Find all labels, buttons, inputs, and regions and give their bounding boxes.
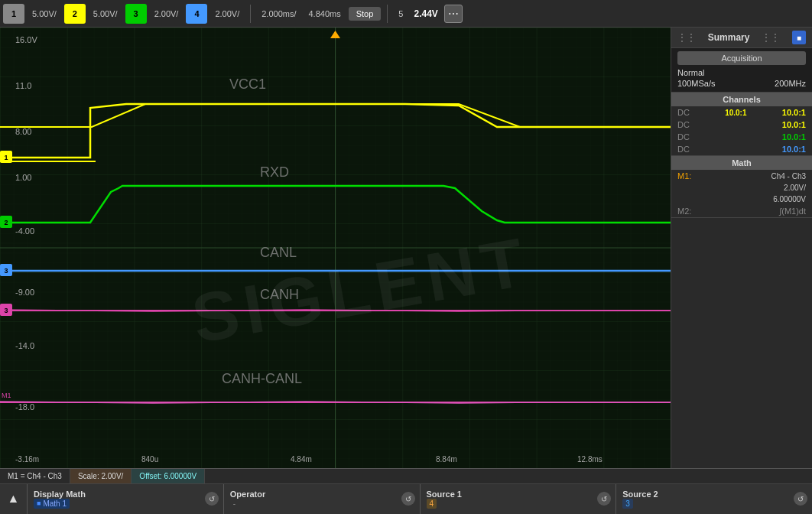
ch3-ratio: 10.0:1 bbox=[782, 132, 806, 142]
dots-left: ⋮⋮ bbox=[677, 32, 696, 43]
acquisition-button[interactable]: Acquisition bbox=[677, 51, 806, 65]
m1-formula: Ch4 - Ch3 bbox=[771, 172, 806, 181]
svg-text:11.0: 11.0 bbox=[15, 81, 31, 90]
channels-section: Channels DC 10.0:1 10.0:1 DC 10.0:1 DC 1… bbox=[671, 93, 812, 156]
display-math-button[interactable]: ↺ Display Math ■ Math 1 bbox=[28, 484, 224, 514]
svg-text:3: 3 bbox=[4, 267, 8, 275]
svg-text:4.84m: 4.84m bbox=[291, 455, 312, 464]
m1-label: M1: bbox=[677, 171, 691, 181]
svg-text:-18.0: -18.0 bbox=[15, 402, 34, 412]
trig-ch: 5 bbox=[394, 9, 408, 18]
svg-text:RXD: RXD bbox=[260, 164, 289, 180]
m2-formula: ∫(M1)dt bbox=[779, 207, 806, 216]
more-options-button[interactable]: ⋯ bbox=[444, 5, 463, 23]
ch3-scale: 2.00V/ bbox=[150, 9, 184, 18]
scope-screen[interactable]: 1 2 3 3 M1 16.0V 11.0 8.00 1.00 -4.00 -9… bbox=[0, 28, 671, 468]
source1-sub: 4 bbox=[427, 499, 437, 509]
svg-text:8.84m: 8.84m bbox=[436, 455, 457, 464]
summary-header: ⋮⋮ Summary ⋮⋮ ■ bbox=[671, 28, 812, 47]
source2-inner: ↺ Source 2 3 bbox=[616, 490, 812, 509]
svg-text:8.00: 8.00 bbox=[15, 127, 31, 136]
ch4-badge[interactable]: 4 bbox=[186, 4, 207, 24]
status-scale: Scale: 2.00V/ bbox=[70, 469, 132, 483]
svg-text:1.00: 1.00 bbox=[15, 173, 31, 182]
svg-text:-4.00: -4.00 bbox=[15, 226, 34, 236]
display-math-inner: ↺ Display Math ■ Math 1 bbox=[28, 490, 223, 509]
m1-scale: 2.00V/ bbox=[784, 184, 806, 192]
button-row: ▲ ↺ Display Math ■ Math 1 ↺ Operator - bbox=[0, 484, 812, 514]
channel-row-3: DC 10.0:1 bbox=[671, 131, 812, 143]
ch2-badge[interactable]: 2 bbox=[64, 4, 86, 24]
acq-mode-row: Normal bbox=[677, 67, 806, 78]
acq-mode: Normal bbox=[677, 68, 704, 77]
svg-text:1: 1 bbox=[4, 154, 8, 161]
math-header: Math bbox=[671, 156, 812, 170]
acq-specs-row: 100MSa/s 200MHz bbox=[677, 78, 806, 89]
trig-value: 2.44V bbox=[411, 8, 440, 19]
svg-text:-3.16m: -3.16m bbox=[15, 455, 39, 464]
acquisition-section: Acquisition Normal 100MSa/s 200MHz bbox=[671, 48, 812, 93]
acq-sample-rate: 100MSa/s bbox=[677, 79, 716, 88]
m2-label: M2: bbox=[677, 207, 691, 216]
stop-button[interactable]: Stop bbox=[349, 7, 382, 21]
display-math-label: Display Math bbox=[34, 490, 86, 499]
display-math-arrow: ↺ bbox=[205, 492, 219, 506]
source1-inner: ↺ Source 1 4 bbox=[421, 490, 616, 509]
svg-text:840u: 840u bbox=[141, 455, 158, 464]
up-arrow-button[interactable]: ▲ bbox=[0, 484, 28, 514]
ch3-coupling: DC bbox=[677, 132, 690, 142]
ch2-scale: 5.00V/ bbox=[89, 9, 122, 18]
display-math-sub: ■ Math 1 bbox=[34, 499, 70, 509]
svg-text:CANL: CANL bbox=[260, 245, 297, 260]
ch3-badge[interactable]: 3 bbox=[125, 4, 147, 24]
ch2-coupling: DC bbox=[677, 120, 690, 129]
svg-text:12.8ms: 12.8ms bbox=[577, 455, 603, 464]
svg-text:CANH-CANL: CANH-CANL bbox=[222, 371, 302, 386]
source1-arrow: ↺ bbox=[597, 492, 611, 506]
channels-header: Channels bbox=[671, 93, 812, 106]
right-panel: ⋮⋮ Summary ⋮⋮ ■ Acquisition Normal 100MS… bbox=[671, 28, 812, 468]
operator-arrow: ↺ bbox=[401, 492, 415, 506]
acq-bandwidth: 200MHz bbox=[775, 79, 806, 88]
math-section: Math M1: Ch4 - Ch3 2.00V/ 6.00000V M2: ∫… bbox=[671, 156, 812, 218]
svg-text:-14.0: -14.0 bbox=[15, 341, 34, 350]
m1-offset: 6.00000V bbox=[773, 195, 806, 203]
scope-svg: 1 2 3 3 M1 16.0V 11.0 8.00 1.00 -4.00 -9… bbox=[0, 28, 671, 468]
summary-section: ⋮⋮ Summary ⋮⋮ ■ bbox=[671, 28, 812, 48]
math-m1-offset-row: 6.00000V bbox=[671, 194, 812, 205]
ch1-ratio-label: 10.0:1 bbox=[725, 109, 746, 117]
source2-arrow: ↺ bbox=[794, 492, 807, 506]
svg-text:3: 3 bbox=[4, 307, 8, 314]
channel-row-1: DC 10.0:1 10.0:1 bbox=[671, 106, 812, 119]
math-m1-row: M1: Ch4 - Ch3 bbox=[671, 170, 812, 182]
ch1-scale: 5.00V/ bbox=[28, 9, 61, 18]
summary-toggle[interactable]: ■ bbox=[792, 31, 806, 44]
status-offset: Offset: 6.00000V bbox=[132, 469, 205, 483]
svg-text:2: 2 bbox=[4, 219, 8, 226]
ch1-coupling: DC bbox=[677, 108, 690, 117]
svg-text:-9.00: -9.00 bbox=[15, 288, 34, 297]
math-m1-scale-row: 2.00V/ bbox=[671, 182, 812, 194]
ch2-ratio: 10.0:1 bbox=[782, 120, 806, 129]
ch1-ratio: 10.0:1 bbox=[782, 108, 806, 117]
operator-label: Operator bbox=[230, 490, 265, 499]
ch1-badge[interactable]: 1 bbox=[3, 4, 24, 24]
ch4-scale: 2.00V/ bbox=[210, 9, 244, 18]
math-m2-row: M2: ∫(M1)dt bbox=[671, 205, 812, 217]
channel-row-2: DC 10.0:1 bbox=[671, 119, 812, 131]
status-row: M1 = Ch4 - Ch3 Scale: 2.00V/ Offset: 6.0… bbox=[0, 469, 812, 484]
source2-label: Source 2 bbox=[622, 490, 658, 499]
delay: 4.840ms bbox=[304, 9, 346, 18]
operator-button[interactable]: ↺ Operator - bbox=[224, 484, 421, 514]
source2-button[interactable]: ↺ Source 2 3 bbox=[616, 484, 812, 514]
ch4-ratio: 10.0:1 bbox=[782, 145, 806, 154]
source1-button[interactable]: ↺ Source 1 4 bbox=[421, 484, 617, 514]
divider bbox=[250, 5, 251, 23]
operator-sub: - bbox=[230, 499, 239, 509]
source2-sub: 3 bbox=[622, 499, 633, 509]
status-equation: M1 = Ch4 - Ch3 bbox=[0, 469, 70, 483]
summary-title: Summary bbox=[708, 32, 750, 43]
timebase: 2.000ms/ bbox=[257, 9, 300, 18]
divider2 bbox=[387, 5, 388, 23]
dots-right: ⋮⋮ bbox=[762, 32, 780, 43]
